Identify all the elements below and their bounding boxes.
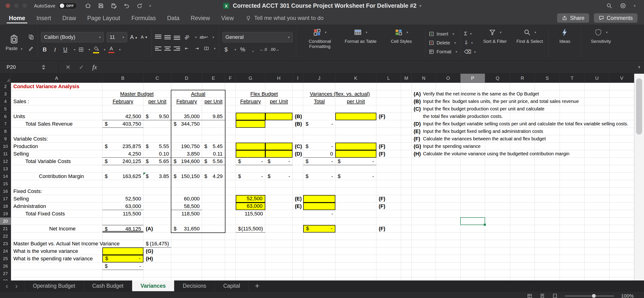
cell-K4[interactable]: per Unit (335, 98, 376, 105)
cell-D19[interactable]: 118,500 (171, 210, 202, 218)
paste-button[interactable]: Paste ▾ (3, 26, 25, 59)
ribbon-tab-review[interactable]: Review (185, 11, 216, 24)
cell-A11[interactable]: Selling (11, 150, 102, 158)
font-color-chevron-icon[interactable]: ▾ (119, 48, 121, 51)
orientation-chevron-icon[interactable]: ▾ (195, 35, 197, 39)
row-header-3[interactable]: 3 (0, 90, 11, 98)
cell-K11[interactable] (335, 150, 376, 158)
cell-L17[interactable]: (F) (376, 195, 401, 203)
align-left-icon[interactable] (155, 46, 162, 51)
cell-C14[interactable]: $3.85 (144, 173, 171, 180)
cell-B10[interactable]: $235,875 (102, 143, 144, 150)
cell-D21[interactable]: $31,650 (171, 225, 202, 233)
row-header-2[interactable]: 2 (0, 83, 11, 90)
name-box[interactable]: P20 (0, 61, 58, 73)
fill-color-chevron-icon[interactable]: ▾ (104, 48, 106, 51)
close-window-button[interactable] (6, 3, 10, 8)
cell-B26[interactable]: $- (102, 263, 144, 270)
cell-A12[interactable]: Total Variable Costs (11, 158, 102, 165)
merge-center-icon[interactable] (204, 46, 209, 51)
confirm-entry-icon[interactable]: ✓ (79, 64, 84, 71)
column-header-S[interactable]: S (535, 74, 560, 83)
column-header-D[interactable]: D (171, 74, 202, 83)
sheet-tab-capital[interactable]: Capital (215, 281, 249, 291)
cell-L10[interactable]: (F) (376, 143, 401, 150)
cell-B17[interactable]: 52,500 (102, 195, 144, 203)
column-header-F[interactable]: F (225, 74, 236, 83)
cell-note-9[interactable]: Calculate the variances between the actu… (423, 135, 634, 143)
cell-B14[interactable]: $163,625 (102, 173, 144, 180)
cell-note-4[interactable]: Input the flex budget sales units, the p… (423, 98, 634, 105)
decrease-indent-button[interactable]: ⇤ (183, 44, 190, 52)
row-header-13[interactable]: 13 (0, 165, 11, 173)
align-middle-icon[interactable] (164, 35, 171, 40)
align-top-icon[interactable] (155, 35, 162, 40)
copy-icon[interactable] (28, 34, 34, 40)
increase-font-size-button[interactable]: A▲ (130, 33, 138, 41)
cell-B11[interactable]: 4,250 (102, 150, 144, 158)
clear-button[interactable]: ⌫▾ (464, 49, 476, 55)
cell-D18[interactable]: 58,500 (171, 203, 202, 210)
column-header-T[interactable]: T (560, 74, 584, 83)
column-header-C[interactable]: C (144, 74, 171, 83)
column-header-P[interactable]: P (460, 74, 485, 83)
conditional-formatting-button[interactable]: ▾ Conditional Formatting (300, 26, 340, 59)
column-header-I[interactable]: I (292, 74, 303, 83)
save-icon[interactable] (98, 2, 104, 9)
column-header-L[interactable]: L (376, 74, 401, 83)
row-header-27[interactable]: 27 (0, 270, 11, 278)
qat-chevron-down-icon[interactable]: ▾ (149, 4, 151, 8)
fill-button[interactable]: ⇩▾ (464, 39, 476, 46)
column-header-H[interactable]: H (265, 74, 292, 83)
decrease-font-size-button[interactable]: A▼ (140, 33, 148, 41)
cell-D10[interactable]: 190,750 (171, 143, 202, 150)
row-header-17[interactable]: 17 (0, 195, 11, 203)
normal-view-icon[interactable] (527, 293, 532, 298)
cell-G10[interactable] (236, 143, 265, 150)
ribbon-tab-insert[interactable]: Insert (31, 11, 57, 24)
wrap-text-button[interactable]: ab↩ (200, 33, 208, 41)
cell-A2[interactable]: Conduct Variance Analysis (11, 83, 102, 90)
cell-L18[interactable]: (F) (376, 203, 401, 210)
italic-button[interactable]: I (51, 46, 59, 54)
cell-D14[interactable]: $150,150 (171, 173, 202, 180)
cell-note-3[interactable]: Verify that the net income is the same a… (423, 90, 634, 98)
column-header-E[interactable]: E (202, 74, 225, 83)
account-chevron-down-icon[interactable]: ▾ (634, 4, 636, 8)
row-header-8[interactable]: 8 (0, 128, 11, 135)
column-header-B[interactable]: B (102, 74, 144, 83)
cell-J17[interactable] (303, 195, 335, 203)
increase-indent-button[interactable]: ⇥ (193, 44, 201, 52)
wrap-text-chevron-icon[interactable]: ▾ (212, 35, 214, 39)
cell-C23[interactable]: $(16,475) (144, 240, 171, 248)
row-header-15[interactable]: 15 (0, 180, 11, 188)
cell-J12[interactable]: $- (303, 158, 335, 165)
cell-E10[interactable]: $5.45 (202, 143, 225, 150)
align-right-icon[interactable] (174, 46, 180, 51)
zoom-slider[interactable] (565, 296, 614, 296)
cell-H4[interactable]: per Unit (265, 98, 292, 105)
cell-L21[interactable]: (F) (376, 225, 401, 233)
insert-function-icon[interactable]: fx (92, 64, 97, 71)
cell-B19[interactable]: 115,500 (102, 210, 144, 218)
cell-H12[interactable]: $- (265, 158, 292, 165)
sort-filter-button[interactable]: ▾ Sort & Filter (480, 26, 510, 59)
column-header-V[interactable]: V (610, 74, 634, 83)
cell-B25[interactable]: $- (102, 255, 144, 263)
prev-sheet-arrow-icon[interactable]: ‹ (6, 281, 8, 291)
fill-handle[interactable] (484, 223, 486, 226)
fill-color-button[interactable] (93, 46, 99, 53)
cell-I6[interactable]: (B) (292, 113, 303, 120)
row-header-11[interactable]: 11 (0, 150, 11, 158)
cell-G19[interactable]: 115,500 (236, 210, 265, 218)
cell-C6[interactable]: $9.50 (144, 113, 171, 120)
column-header-O[interactable]: O (436, 74, 460, 83)
name-box-spinner[interactable] (42, 65, 45, 70)
cell-C4[interactable]: per Unit (144, 98, 171, 105)
cell-K10[interactable] (335, 143, 376, 150)
cell-D4[interactable]: February (171, 98, 202, 105)
autosave-toggle[interactable]: AutoSave OFF (34, 2, 77, 9)
percent-format-button[interactable]: % (239, 46, 246, 54)
column-header-Q[interactable]: Q (485, 74, 510, 83)
cell-I11[interactable]: (D) (292, 150, 303, 158)
